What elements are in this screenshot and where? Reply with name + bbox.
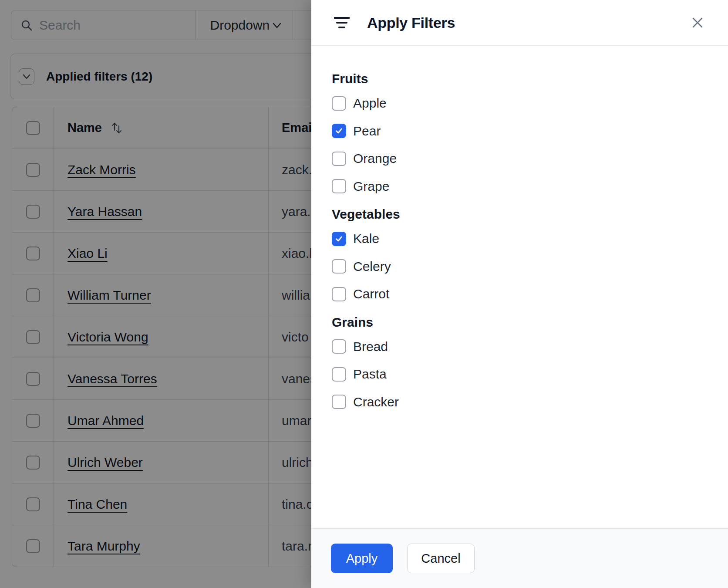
filter-option[interactable]: Pasta	[332, 367, 711, 382]
cancel-button[interactable]: Cancel	[407, 544, 475, 573]
checkbox[interactable]	[332, 152, 346, 166]
filter-option-label: Grape	[353, 179, 389, 194]
filter-option-label: Orange	[353, 151, 397, 166]
checkbox[interactable]	[332, 367, 346, 382]
checkbox[interactable]	[332, 232, 346, 246]
checkbox[interactable]	[332, 96, 346, 111]
filter-section-title: Grains	[332, 314, 711, 330]
checkbox[interactable]	[332, 287, 346, 301]
filter-section-title: Vegetables	[332, 206, 711, 222]
panel-footer: Apply Cancel	[311, 528, 728, 588]
filter-option-label: Cracker	[353, 395, 399, 409]
filter-section: Fruits Apple Pear Orange	[332, 71, 711, 194]
filter-options: Kale Celery Carrot	[332, 231, 711, 301]
filter-option-label: Pear	[353, 124, 381, 139]
filter-option-label: Bread	[353, 339, 388, 354]
filter-section: Grains Bread Pasta Cracker	[332, 314, 711, 409]
apply-filters-panel: Apply Filters Fruits Apple Pear	[311, 0, 728, 588]
apply-button[interactable]: Apply	[331, 544, 393, 573]
filter-option[interactable]: Pear	[332, 124, 711, 139]
filter-option[interactable]: Celery	[332, 259, 711, 274]
filter-options: Bread Pasta Cracker	[332, 339, 711, 409]
filter-option[interactable]: Carrot	[332, 287, 711, 301]
checkbox[interactable]	[332, 259, 346, 274]
filter-option[interactable]: Orange	[332, 151, 711, 166]
close-button[interactable]	[691, 16, 704, 29]
checkmark-icon	[334, 234, 344, 244]
filter-options: Apple Pear Orange Grape	[332, 96, 711, 194]
checkbox[interactable]	[332, 124, 346, 138]
panel-title: Apply Filters	[367, 14, 455, 31]
app-window: Search Dropdown Applied filters (12)	[0, 0, 728, 588]
filter-option[interactable]: Bread	[332, 339, 711, 354]
filter-option[interactable]: Kale	[332, 231, 711, 246]
filter-sections: Fruits Apple Pear Orange	[311, 46, 728, 528]
filter-option-label: Apple	[353, 96, 387, 111]
checkbox[interactable]	[332, 179, 346, 193]
filter-section-title: Fruits	[332, 71, 711, 87]
panel-header: Apply Filters	[311, 0, 728, 46]
filter-option-label: Pasta	[353, 367, 387, 382]
filter-option[interactable]: Grape	[332, 179, 711, 194]
checkbox[interactable]	[332, 339, 346, 354]
filter-option-label: Kale	[353, 231, 379, 246]
close-icon	[692, 17, 703, 28]
filter-section: Vegetables Kale Celery Carrot	[332, 206, 711, 301]
filter-option-label: Carrot	[353, 287, 389, 301]
filter-option-label: Celery	[353, 259, 391, 274]
filter-icon	[334, 17, 350, 29]
checkmark-icon	[334, 126, 344, 136]
filter-option[interactable]: Apple	[332, 96, 711, 111]
checkbox[interactable]	[332, 395, 346, 409]
filter-option[interactable]: Cracker	[332, 395, 711, 409]
